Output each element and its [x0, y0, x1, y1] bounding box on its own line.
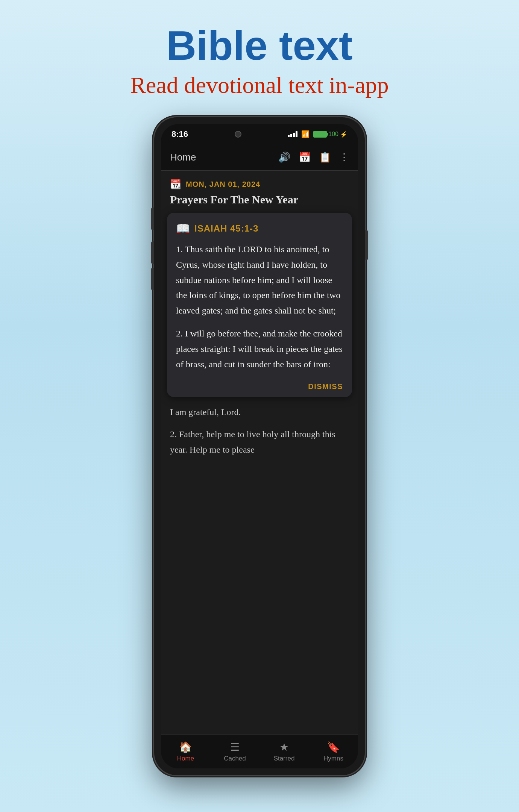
cached-icon: ☰: [230, 741, 240, 753]
phone-shell: 8:16 📶 100 ⚡: [154, 117, 365, 775]
below-text-2: 2. Father, help me to live holy all thro…: [170, 427, 349, 458]
nav-label-starred: Starred: [274, 755, 295, 762]
more-icon[interactable]: ⋮: [339, 151, 349, 163]
page-subtitle: Read devotional text in-app: [131, 72, 389, 98]
app-bar: Home 🔊 📅 📋 ⋮: [161, 144, 358, 171]
dismiss-row: DISMISS: [176, 379, 343, 391]
page-title: Bible text: [131, 23, 389, 68]
status-time: 8:16: [171, 129, 188, 139]
signal-icon: [288, 131, 297, 137]
battery-icon: [313, 131, 327, 138]
scroll-content: 📆 MON, JAN 01, 2024 Prayers For The New …: [161, 171, 358, 735]
page-header: Bible text Read devotional text in-app: [131, 23, 389, 98]
volume-icon[interactable]: 🔊: [278, 151, 290, 163]
bible-verse-2: 2. I will go before thee, and make the c…: [176, 326, 343, 372]
bible-book-icon: 📖: [176, 222, 190, 235]
date-calendar-icon: 📆: [170, 179, 181, 189]
wifi-icon: 📶: [301, 130, 310, 138]
phone-screen: 8:16 📶 100 ⚡: [161, 124, 358, 768]
nav-item-hymns[interactable]: 🔖 Hymns: [315, 741, 352, 762]
battery-indicator: 100 ⚡: [313, 131, 348, 138]
bottom-nav: 🏠 Home ☰ Cached ★ Starred 🔖 Hymns: [161, 735, 358, 768]
camera-notch: [235, 131, 241, 138]
nav-item-cached[interactable]: ☰ Cached: [216, 741, 254, 762]
calendar-icon[interactable]: 📅: [299, 151, 311, 163]
nav-item-home[interactable]: 🏠 Home: [167, 741, 205, 762]
bible-ref-row: 📖 ISAIAH 45:1-3: [176, 222, 343, 235]
starred-icon: ★: [279, 741, 289, 753]
charging-icon: ⚡: [340, 131, 348, 138]
fade-overlay: [161, 704, 358, 735]
status-bar: 8:16 📶 100 ⚡: [161, 124, 358, 144]
devotion-title: Prayers For The New Year: [161, 193, 358, 213]
date-text: MON, JAN 01, 2024: [186, 180, 260, 189]
date-row: 📆 MON, JAN 01, 2024: [161, 171, 358, 193]
dismiss-button[interactable]: DISMISS: [308, 382, 343, 391]
home-icon: 🏠: [179, 741, 192, 753]
app-bar-title: Home: [170, 151, 196, 163]
bible-verse-1: 1. Thus saith the LORD to his anointed, …: [176, 242, 343, 318]
app-bar-icons: 🔊 📅 📋 ⋮: [278, 151, 349, 163]
bible-reference: ISAIAH 45:1-3: [194, 223, 258, 234]
below-text-1: I am grateful, Lord.: [170, 404, 349, 420]
nav-label-cached: Cached: [224, 755, 246, 762]
nav-label-hymns: Hymns: [323, 755, 343, 762]
nav-item-starred[interactable]: ★ Starred: [266, 741, 303, 762]
bible-popup: 📖 ISAIAH 45:1-3 1. Thus saith the LORD t…: [167, 213, 352, 397]
hymns-icon: 🔖: [327, 741, 340, 753]
phone-wrapper: 8:16 📶 100 ⚡: [154, 117, 365, 775]
battery-percent: 100: [328, 131, 338, 138]
list-icon[interactable]: 📋: [319, 151, 331, 163]
status-icons: 📶 100 ⚡: [288, 130, 348, 138]
below-content: I am grateful, Lord. 2. Father, help me …: [161, 397, 358, 457]
nav-label-home: Home: [177, 755, 194, 762]
